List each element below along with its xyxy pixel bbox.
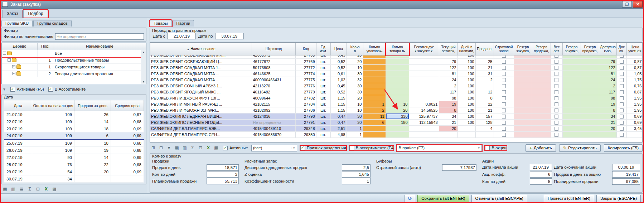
cell-checkbox[interactable]: [555, 60, 558, 64]
cell-sold[interactable]: 128: [475, 119, 494, 125]
field-input[interactable]: [207, 178, 239, 184]
col-header-unit[interactable]: Ед.изм.: [316, 43, 331, 55]
sum-icon[interactable]: Σ: [189, 145, 196, 151]
col-header-res_pur2[interactable]: Резервзакупка,: [563, 43, 581, 55]
cell-price[interactable]: 0,52: [330, 64, 347, 71]
cell-dos[interactable]: [616, 101, 626, 107]
cell-stock[interactable]: 24: [439, 77, 457, 83]
cell-days[interactable]: 100: [457, 101, 475, 107]
col-header-sold[interactable]: Продано,: [476, 43, 494, 55]
field-input[interactable]: [442, 164, 476, 171]
cell-res_pur2[interactable]: [562, 89, 581, 95]
cell-code[interactable]: 27772: [295, 64, 316, 71]
cell-acct_price[interactable]: 0,87: [626, 64, 642, 71]
cell-res_pur2[interactable]: [562, 55, 581, 58]
all-filter-dropdown[interactable]: (все) ▼: [251, 145, 297, 151]
cell-recommend[interactable]: [409, 89, 439, 95]
cell-code[interactable]: 27790: [295, 113, 316, 119]
cell-name[interactable]: РЕЗ.ЖЕВ.ОРБИТ СЛАДКАЯ МЯТА ...: [150, 77, 252, 83]
cell-res_sale2[interactable]: [581, 55, 599, 58]
cell-res_pur2[interactable]: [562, 131, 581, 137]
cell-avail[interactable]: 79: [599, 58, 616, 64]
cell-acct_price[interactable]: 1,05: [626, 71, 642, 77]
cell-checkbox[interactable]: [555, 133, 558, 137]
cell-stock[interactable]: 21: [439, 119, 457, 125]
cell-packs[interactable]: 1: [363, 101, 386, 107]
col-header-avail[interactable]: Доступнок-во,: [599, 43, 617, 55]
cell-name[interactable]: САЛФЕТКИ ДЕТ.ВЛ.ПАМПЕРС БЭБ...: [150, 125, 252, 131]
product-row[interactable]: РЕЗ.ЖЕВ.ОРБИТ ОСВЕЖАЮЩИЙ Ц...46177872277…: [150, 58, 642, 64]
cell-days[interactable]: 100: [457, 119, 475, 125]
tree-collapse-icon[interactable]: −: [3, 52, 6, 55]
date-cell[interactable]: 27.07.19: [4, 154, 32, 161]
cell-checkbox[interactable]: [555, 96, 558, 100]
excel-icon[interactable]: X: [205, 145, 212, 151]
date-cell[interactable]: 18: [74, 140, 111, 147]
cell-recommend[interactable]: [409, 131, 439, 137]
cell-sold[interactable]: 25: [475, 58, 494, 64]
settings-icon[interactable]: ▩: [51, 186, 58, 192]
tab-batches[interactable]: Партии: [173, 20, 194, 26]
cell-qty_in_pack[interactable]: 30: [347, 71, 363, 77]
cell-sold[interactable]: 4: [475, 125, 494, 131]
tree-order-cell[interactable]: 1: [38, 57, 53, 63]
cell-stock[interactable]: 98: [439, 95, 457, 101]
cell-checkbox[interactable]: [555, 72, 558, 76]
col-header-safety[interactable]: Страховойзапас: [494, 43, 514, 55]
product-row[interactable]: РЕЗ.ЖЕВ.ОРБИТ ЯГОДНЫЙ МИКС ...4611648227…: [150, 89, 642, 95]
product-row[interactable]: РЕЗ.ЖЕВ.ОРБИТ СЛАДКАЯ МЯТА 1...501738082…: [150, 64, 642, 71]
cell-checkbox[interactable]: [555, 78, 558, 82]
cell-stock[interactable]: 122: [439, 64, 457, 71]
cell-qty_in_pack[interactable]: 30: [347, 119, 363, 125]
cell-packs[interactable]: [363, 77, 386, 83]
cell-avail[interactable]: 24: [599, 77, 616, 83]
cell-barcode[interactable]: 4015400439110: [252, 125, 295, 131]
cell-checkbox[interactable]: [620, 84, 624, 88]
cell-res_sale2[interactable]: [581, 113, 599, 119]
product-row[interactable]: РЕЗ.ЖЕВ.ЭКЛИПС ЛЕДЯНАЯ ВИШН...4212401627…: [150, 113, 642, 119]
tab-products[interactable]: Товары: [150, 20, 172, 26]
cell-sold[interactable]: 157: [475, 113, 494, 119]
cell-avail[interactable]: 81: [599, 71, 616, 77]
cell-checkbox[interactable]: [502, 55, 506, 58]
cell-goods[interactable]: [386, 125, 409, 131]
cell-code[interactable]: 27782: [295, 95, 316, 101]
cell-barcode[interactable]: 42608972: [252, 55, 295, 58]
product-row[interactable]: РЕЗ.ЖЕВ.ОРБИТ СЛАДКАЯ МЯТА ...4009900466…: [150, 77, 642, 83]
cell-goods[interactable]: [386, 131, 409, 137]
cell-qty_in_pack[interactable]: 10: [347, 101, 363, 107]
cell-res_pur[interactable]: [514, 113, 532, 119]
col-header-days[interactable]: Дней вналичии,: [458, 43, 476, 55]
col-header-res_sale2[interactable]: Резервпродажа,: [581, 43, 599, 55]
col-header-stock[interactable]: Текущийостаток,: [439, 43, 458, 55]
post-button[interactable]: Провести (ctrl ENTER): [544, 195, 594, 202]
cell-checkbox[interactable]: [502, 108, 506, 112]
date-cell[interactable]: 34: [32, 175, 74, 183]
date-cell[interactable]: 22: [74, 161, 111, 168]
in-assortment-f4-checkbox[interactable]: В ассортименте (F4: [349, 146, 394, 150]
cell-name[interactable]: САЛФЕТКИ ДЕТ.ВЛ.ПАМПЕРС СЕН...: [150, 131, 252, 137]
cell-recommend[interactable]: 14,56525: [409, 107, 439, 113]
columns-icon[interactable]: ▦: [173, 145, 180, 151]
cell-packs[interactable]: [363, 131, 386, 137]
tree-name-cell[interactable]: Скоропортящиеся товары: [53, 65, 141, 69]
cell-name[interactable]: РЕЗ.ЖЕВ.РИГЛИ ФЬЮЖН 31Г WRI...: [150, 107, 252, 113]
cell-barcode[interactable]: 4009900466431: [252, 77, 295, 83]
col-header-name[interactable]: ▲ Наименование: [150, 43, 252, 55]
cell-res_sale[interactable]: [532, 89, 551, 95]
cell-res_sale2[interactable]: [581, 125, 599, 131]
date-cell[interactable]: 24.07.19: [4, 132, 32, 140]
col-header-acct_price[interactable]: Ценаучетная: [627, 43, 643, 55]
cell-unit[interactable]: шт.: [316, 71, 330, 77]
tab-zakaz[interactable]: Заказ: [2, 10, 23, 18]
cell-res_sale2[interactable]: [581, 131, 599, 137]
cell-recommend[interactable]: [409, 58, 439, 64]
excel-icon[interactable]: X: [43, 186, 50, 192]
cell-avail[interactable]: [599, 55, 616, 58]
cell-checkbox[interactable]: [502, 90, 506, 94]
cell-safety[interactable]: [494, 125, 514, 131]
tree-row[interactable]: +1Скоропортящиеся товары: [2, 64, 141, 71]
cell-dos[interactable]: [616, 95, 626, 101]
cell-safety[interactable]: [494, 131, 514, 137]
cell-acct_price[interactable]: [626, 131, 642, 137]
